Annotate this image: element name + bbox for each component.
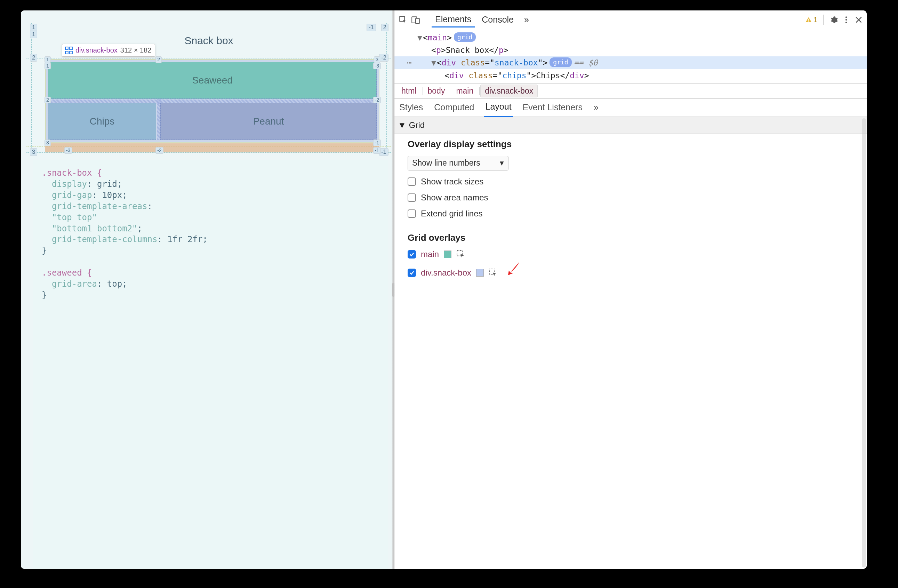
inner-rneg3-badge: -3	[373, 63, 381, 69]
color-swatch[interactable]	[444, 251, 451, 258]
svg-rect-7	[808, 19, 809, 20]
grid-cell-seaweed: Seaweed	[48, 62, 377, 99]
devtools-toolbar: Elements Console » 1	[393, 11, 867, 29]
overlay-main-row: main	[407, 249, 858, 259]
option-extend-grid-lines[interactable]: Extend grid lines	[407, 209, 858, 219]
subtab-layout[interactable]: Layout	[484, 98, 513, 117]
grid-section-disclosure[interactable]: ▼ Grid	[393, 117, 867, 134]
kebab-menu-icon[interactable]	[842, 15, 851, 25]
dom-breadcrumbs: html body main div.snack-box	[393, 83, 867, 99]
overlay-name[interactable]: main	[421, 249, 439, 259]
dom-tree[interactable]: ▼<main>grid <p>Snack box</p> ⋯ ▼<div cla…	[393, 29, 867, 83]
reveal-in-elements-icon[interactable]	[489, 268, 498, 277]
svg-rect-0	[65, 47, 68, 50]
warnings-badge[interactable]: 1	[805, 15, 818, 25]
checkbox[interactable]	[407, 194, 416, 202]
grid-overlays-section: Grid overlays main div.snack-box	[393, 228, 867, 289]
chevron-down-icon: ▼	[398, 120, 406, 130]
checkbox[interactable]	[407, 177, 416, 186]
warning-icon	[805, 16, 812, 23]
tab-elements[interactable]: Elements	[432, 12, 475, 28]
subtabs-more[interactable]: »	[592, 99, 600, 117]
svg-point-11	[846, 22, 847, 23]
overlay-checkbox[interactable]	[407, 269, 416, 277]
color-swatch[interactable]	[476, 269, 484, 277]
grid-cell-chips: Chips	[48, 103, 156, 140]
overlay-name[interactable]: div.snack-box	[421, 268, 471, 278]
grid-badge[interactable]: grid	[549, 57, 571, 67]
inner-cneg1-badge: -1	[373, 147, 381, 154]
element-tooltip: div.snack-box 312 × 182	[62, 44, 155, 57]
svg-rect-6	[416, 18, 420, 23]
subtab-event-listeners[interactable]: Event Listeners	[521, 99, 584, 117]
close-icon[interactable]	[854, 15, 863, 25]
outer-row-2-badge: 2	[30, 54, 37, 62]
tab-console[interactable]: Console	[478, 12, 517, 27]
svg-rect-8	[808, 21, 809, 22]
chevron-down-icon: ▾	[500, 158, 504, 168]
outer-neg2-badge: -2	[379, 54, 389, 62]
inner-row-3-badge: 3	[45, 140, 51, 146]
css-source-display: .snack-box { display: grid; grid-gap: 10…	[33, 160, 388, 569]
inner-col-1-badge: 1	[45, 56, 51, 63]
styles-subtabs: Styles Computed Layout Event Listeners »	[393, 99, 867, 117]
dom-dollar-zero: == $0	[574, 58, 598, 67]
option-show-area-names[interactable]: Show area names	[407, 193, 858, 203]
overlay-display-settings-section: Overlay display settings Show line numbe…	[393, 134, 867, 228]
settings-icon[interactable]	[829, 15, 838, 25]
inner-rneg1-badge: -1	[373, 140, 381, 146]
grid-section-title: Grid	[409, 120, 424, 130]
pane-resize-handle[interactable]	[392, 11, 395, 569]
inspect-icon[interactable]	[398, 15, 407, 25]
inner-row-1-badge: 1	[45, 63, 51, 69]
overlay-settings-heading: Overlay display settings	[407, 139, 858, 149]
outer-row-2-top-badge: 2	[381, 24, 389, 31]
select-value: Show line numbers	[412, 158, 480, 168]
svg-point-10	[846, 19, 847, 20]
option-label: Extend grid lines	[421, 209, 482, 219]
svg-rect-2	[65, 51, 68, 54]
dom-node-chips[interactable]: <div class="chips">Chips</div>	[393, 69, 867, 82]
reveal-in-elements-icon[interactable]	[456, 250, 465, 259]
line-label-select[interactable]: Show line numbers ▾	[407, 156, 509, 171]
page-preview-pane: 1 1 -1 2 2 -2 3 -1 Snack box Seaweed Chi…	[21, 11, 393, 569]
devtools-panel: Elements Console » 1 ▼<main>grid	[393, 11, 867, 569]
dom-node-main[interactable]: ▼<main>grid	[393, 31, 867, 44]
option-label: Show area names	[421, 193, 488, 203]
inner-col-3-badge: 3	[374, 56, 380, 63]
tabs-more[interactable]: »	[521, 12, 532, 27]
grid-cell-peanut: Peanut	[160, 103, 377, 140]
svg-rect-1	[69, 47, 72, 50]
inner-col-2-badge: 2	[155, 56, 162, 63]
annotation-arrow-icon	[504, 260, 522, 277]
inner-cneg2-badge: -2	[155, 147, 163, 154]
outer-row-3-badge: 3	[30, 148, 37, 156]
dom-ellipsis[interactable]: ⋯	[393, 57, 415, 68]
grid-overlays-heading: Grid overlays	[407, 232, 858, 243]
grid-badge[interactable]: grid	[454, 32, 476, 42]
option-label: Show track sizes	[421, 177, 483, 186]
option-show-track-sizes[interactable]: Show track sizes	[407, 177, 858, 186]
overlay-checkbox[interactable]	[407, 250, 416, 259]
crumb-main[interactable]: main	[452, 85, 478, 97]
tooltip-element-name: div.snack-box	[75, 46, 118, 54]
layout-pane-body: ▼ Grid Overlay display settings Show lin…	[393, 117, 867, 569]
device-toggle-icon[interactable]	[411, 15, 420, 25]
subtab-styles[interactable]: Styles	[398, 99, 424, 117]
scrollbar[interactable]	[862, 118, 866, 568]
checkbox[interactable]	[407, 209, 416, 218]
dom-node-p[interactable]: <p>Snack box</p>	[393, 44, 867, 56]
crumb-snack-box[interactable]: div.snack-box	[480, 85, 538, 97]
crumb-body[interactable]: body	[424, 85, 449, 97]
svg-point-9	[846, 16, 847, 18]
dom-node-snack-box[interactable]: ⋯ ▼<div class="snack-box">grid== $0	[393, 56, 867, 69]
tooltip-dimensions: 312 × 182	[120, 46, 152, 54]
crumb-html[interactable]: html	[397, 85, 420, 97]
outer-neg1-top-badge: -1	[367, 24, 376, 31]
subtab-computed[interactable]: Computed	[433, 99, 475, 117]
warnings-count: 1	[813, 15, 818, 25]
inner-row-2-badge: 2	[45, 97, 51, 103]
snack-box-overlay: Seaweed Chips Peanut 1 2 3 1 -3 2 -2 3 -…	[45, 59, 380, 143]
inner-rneg2-badge: -2	[373, 97, 381, 103]
outer-row-1-badge: 1	[30, 24, 37, 31]
